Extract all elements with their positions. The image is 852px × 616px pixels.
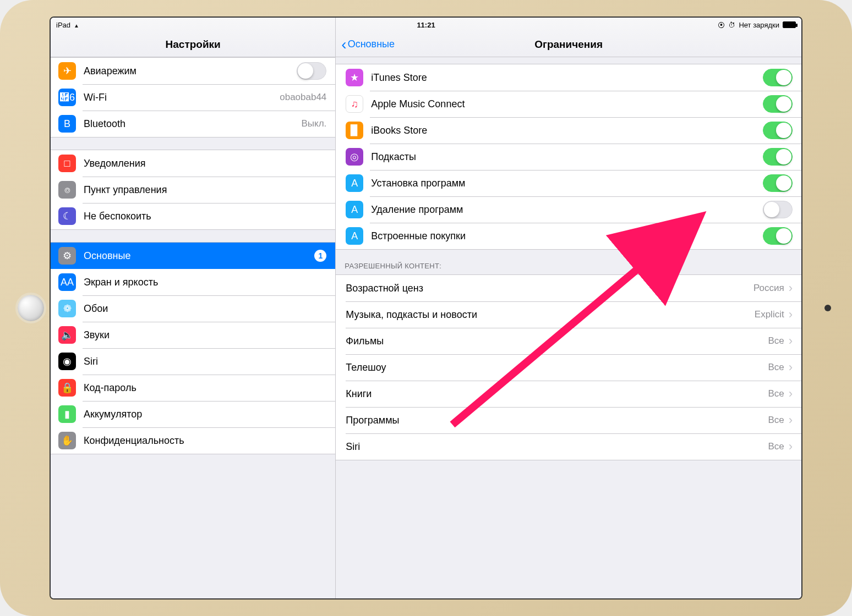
sidebar-item-notifications[interactable]: □Уведомления [51, 150, 335, 177]
settings-sidebar: Настройки ✈Авиарежим὏6Wi-Fiobaobab44BBlu… [51, 18, 336, 598]
back-button[interactable]: ‹ Основные [341, 37, 395, 52]
content-row-label: Музыка, подкасты и новости [346, 309, 750, 321]
siri-icon: ◉ [58, 353, 76, 370]
toggle-itunes[interactable] [763, 69, 793, 86]
restriction-ibooks: ▉iBooks Store [336, 117, 801, 144]
alarm-icon: ⏱ [728, 21, 735, 29]
sidebar-item-label: Bluetooth [84, 118, 297, 130]
control-center-icon: ⌾ [58, 181, 76, 199]
chevron-right-icon: › [789, 334, 793, 348]
sidebar-item-battery[interactable]: ▮Аккумулятор [51, 401, 335, 427]
general-icon: ⚙ [58, 247, 76, 265]
chevron-right-icon: › [789, 387, 793, 401]
content-row-label: Siri [346, 441, 763, 453]
content-row-value: Все [768, 415, 784, 426]
sidebar-item-bluetooth[interactable]: BBluetoothВыкл. [51, 111, 335, 137]
status-device: iPad [56, 21, 70, 29]
sounds-icon: 🔈 [58, 326, 76, 344]
sidebar-item-label: Аккумулятор [84, 409, 326, 420]
podcasts-icon: ◎ [346, 148, 363, 166]
chevron-right-icon: › [789, 360, 793, 375]
content-row-value: Explicit [755, 309, 784, 320]
content-row-label: Книги [346, 388, 763, 400]
applemusic-icon: ♫ [346, 95, 363, 113]
sidebar-item-siri[interactable]: ◉Siri [51, 348, 335, 375]
toggle-applemusic[interactable] [763, 95, 793, 113]
toggle-airplane[interactable] [297, 62, 326, 80]
sidebar-item-label: Обои [84, 303, 326, 315]
content-row-siri[interactable]: SiriВсе› [336, 433, 801, 460]
sidebar-item-label: Основные [84, 250, 314, 262]
content-row-ratings[interactable]: Возрастной цензРоссия› [336, 275, 801, 301]
restriction-podcasts: ◎Подкасты [336, 144, 801, 170]
sidebar-item-wifi[interactable]: ὏6Wi-Fiobaobab44 [51, 84, 335, 111]
content-row-value: Все [768, 336, 784, 346]
toggle-podcasts[interactable] [763, 148, 793, 166]
sidebar-item-control-center[interactable]: ⌾Пункт управления [51, 177, 335, 203]
sidebar-item-sounds[interactable]: 🔈Звуки [51, 322, 335, 348]
content-group-header: РАЗРЕШЕННЫЙ КОНТЕНТ: [336, 250, 801, 274]
sidebar-item-display[interactable]: AAЭкран и яркость [51, 269, 335, 295]
sidebar-title: Настройки [51, 38, 335, 51]
content-row-value: Все [768, 441, 784, 452]
sidebar-item-wallpaper[interactable]: ❁Обои [51, 295, 335, 322]
restriction-label: Подкасты [371, 151, 763, 163]
sidebar-item-label: Экран и яркость [84, 277, 326, 288]
passcode-icon: 🔒 [58, 379, 76, 397]
sidebar-item-label: Пункт управления [84, 184, 326, 196]
sidebar-item-passcode[interactable]: 🔒Код-пароль [51, 375, 335, 401]
wifi-icon: ὏6 [58, 89, 76, 106]
chevron-left-icon: ‹ [341, 37, 346, 52]
chevron-right-icon: › [789, 281, 793, 295]
toggle-iap[interactable] [763, 227, 793, 245]
toggle-delete[interactable] [763, 201, 793, 218]
sidebar-item-label: Код-пароль [84, 382, 326, 394]
wifi-icon [74, 21, 79, 29]
home-button[interactable] [15, 293, 46, 323]
content-row-label: Телешоу [346, 362, 763, 373]
sidebar-item-dnd[interactable]: ☾Не беспокоить [51, 203, 335, 229]
content-row-books[interactable]: КнигиВсе› [336, 381, 801, 407]
chevron-right-icon: › [789, 413, 793, 427]
airplane-icon: ✈ [58, 62, 76, 80]
content-row-tv[interactable]: ТелешоуВсе› [336, 354, 801, 381]
restriction-label: iTunes Store [371, 72, 763, 84]
content-row-music[interactable]: Музыка, подкасты и новостиExplicit› [336, 301, 801, 328]
sidebar-item-label: Конфиденциальность [84, 435, 326, 447]
status-time: 11:21 [51, 21, 801, 29]
back-label: Основные [348, 38, 395, 50]
badge: 1 [314, 250, 326, 262]
status-bar: iPad 11:21 ⦿ ⏱ Нет зарядки [51, 18, 801, 32]
content-row-value: Россия [753, 283, 784, 294]
sidebar-item-privacy[interactable]: ✋Конфиденциальность [51, 427, 335, 454]
restriction-label: Встроенные покупки [371, 230, 763, 242]
content-row-label: Программы [346, 415, 763, 426]
restriction-label: Установка программ [371, 178, 763, 189]
content-row-movies[interactable]: ФильмыВсе› [336, 328, 801, 354]
iap-icon: A [346, 227, 363, 245]
toggle-ibooks[interactable] [763, 122, 793, 139]
back-camera [824, 305, 831, 311]
bluetooth-icon: B [58, 115, 76, 133]
restriction-delete: AУдаление программ [336, 196, 801, 223]
display-icon: AA [58, 273, 76, 291]
sidebar-item-airplane[interactable]: ✈Авиарежим [51, 58, 335, 84]
delete-icon: A [346, 201, 363, 218]
charging-label: Нет зарядки [739, 21, 779, 29]
itunes-icon: ★ [346, 69, 363, 86]
sidebar-item-general[interactable]: ⚙Основные1 [51, 243, 335, 269]
dnd-icon: ☾ [58, 207, 76, 225]
battery-icon [783, 21, 796, 28]
content-row-value: Все [768, 388, 784, 399]
content-row-apps[interactable]: ПрограммыВсе› [336, 407, 801, 433]
toggle-install[interactable] [763, 174, 793, 192]
sidebar-item-label: Wi-Fi [84, 92, 275, 103]
chevron-right-icon: › [789, 439, 793, 454]
wallpaper-icon: ❁ [58, 300, 76, 317]
chevron-right-icon: › [789, 307, 793, 322]
sidebar-item-label: Siri [84, 356, 326, 367]
orientation-lock-icon: ⦿ [718, 21, 725, 29]
restriction-label: Удаление программ [371, 204, 763, 216]
sidebar-item-label: Авиарежим [84, 65, 297, 77]
row-value: obaobab44 [280, 92, 326, 103]
